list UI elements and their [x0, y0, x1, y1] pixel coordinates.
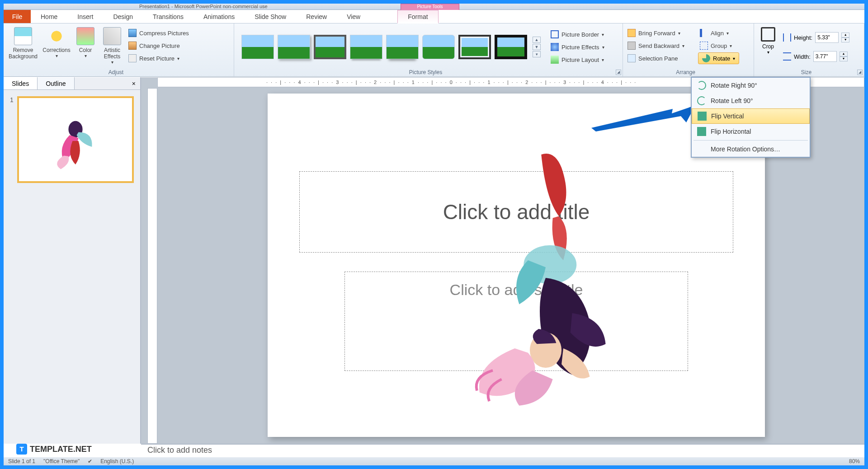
style-thumb-5[interactable]	[386, 35, 419, 59]
group-button[interactable]: Group▾	[698, 40, 734, 52]
height-input[interactable]	[815, 32, 839, 43]
review-tab[interactable]: Review	[296, 10, 337, 23]
svg-marker-0	[591, 105, 695, 131]
status-language[interactable]: English (U.S.)	[100, 458, 134, 464]
style-thumb-6[interactable]	[422, 35, 455, 59]
size-group-label: Size	[754, 69, 859, 75]
change-picture-button[interactable]: Change Picture	[127, 40, 191, 52]
reset-icon	[128, 54, 137, 62]
corrections-button[interactable]: Corrections▾	[40, 25, 73, 69]
slide-1-thumbnail[interactable]	[17, 96, 134, 183]
arrange-group-label: Arrange	[623, 69, 748, 75]
compress-icon	[128, 29, 137, 37]
gallery-more-button[interactable]: ▾	[533, 51, 541, 57]
bring-forward-button[interactable]: Bring Forward▾	[626, 27, 693, 39]
rotate-button[interactable]: Rotate▾	[698, 52, 739, 64]
color-icon	[76, 27, 94, 45]
gallery-up-button[interactable]: ▲	[533, 37, 541, 43]
design-tab[interactable]: Design	[103, 10, 143, 23]
style-thumb-7[interactable]	[458, 35, 491, 59]
sun-icon	[47, 27, 66, 45]
picture-effects-button[interactable]: Picture Effects▾	[549, 41, 606, 53]
menu-separator	[693, 140, 808, 141]
more-rotation-options-item[interactable]: More Rotation Options…	[692, 141, 810, 157]
home-tab[interactable]: Home	[31, 10, 67, 23]
height-spin-down[interactable]: ▼	[841, 38, 849, 42]
artistic-icon	[103, 27, 121, 45]
format-tab[interactable]: Format	[397, 10, 438, 23]
flip-horizontal-icon	[697, 127, 706, 136]
color-button[interactable]: Color▾	[73, 25, 98, 69]
picture-border-button[interactable]: Picture Border▾	[549, 28, 606, 40]
height-spin-up[interactable]: ▲	[841, 33, 849, 38]
slide-number-label: 1	[10, 96, 14, 183]
transitions-tab[interactable]: Transitions	[143, 10, 193, 23]
rotate-left-icon	[697, 96, 706, 105]
flip-vertical-icon	[698, 112, 707, 121]
border-icon	[551, 30, 559, 38]
width-spin-down[interactable]: ▼	[840, 56, 848, 61]
panel-close-button[interactable]: ×	[127, 77, 140, 89]
flip-horizontal-item[interactable]: Flip Horizontal	[692, 124, 810, 139]
style-thumb-8[interactable]	[495, 35, 527, 59]
rotate-left-90-item[interactable]: Rotate Left 90°	[692, 93, 810, 108]
status-bar: Slide 1 of 1 "Office Theme" ✔ English (U…	[4, 457, 864, 465]
layout-icon	[551, 56, 559, 64]
notes-pane[interactable]: Click to add notes	[141, 444, 864, 457]
slide-canvas[interactable]: Click to add title Click to add subtitle	[268, 94, 765, 437]
status-zoom[interactable]: 80%	[849, 458, 860, 464]
rotate-icon	[702, 54, 710, 62]
style-thumb-3[interactable]	[314, 35, 346, 59]
rotate-right-icon	[697, 81, 706, 90]
vertical-ruler	[147, 88, 157, 444]
width-input[interactable]	[813, 51, 837, 62]
template-net-logo-icon: T	[16, 444, 27, 455]
rotate-dropdown-menu: Rotate Right 90° Rotate Left 90° Flip Ve…	[691, 77, 811, 158]
animations-tab[interactable]: Animations	[193, 10, 245, 23]
send-backward-button[interactable]: Send Backward▾	[626, 40, 693, 52]
title-text: Presentation1 - Microsoft PowerPoint non…	[139, 4, 268, 9]
remove-background-button[interactable]: Remove Background	[6, 25, 40, 69]
slides-tab[interactable]: Slides	[4, 77, 38, 89]
insert-tab[interactable]: Insert	[67, 10, 103, 23]
picture-tools-contextual-tab: Picture Tools	[401, 4, 459, 10]
selection-pane-button[interactable]: Selection Pane	[626, 52, 693, 64]
thumbnail-fairy-image	[46, 107, 105, 175]
compress-pictures-button[interactable]: Compress Pictures	[127, 27, 191, 39]
remove-bg-icon	[14, 27, 32, 45]
outline-tab[interactable]: Outline	[38, 77, 74, 89]
height-label: Height:	[794, 34, 812, 41]
status-theme: "Office Theme"	[43, 458, 80, 464]
gallery-down-button[interactable]: ▼	[533, 44, 541, 50]
width-spin-up[interactable]: ▲	[840, 52, 848, 56]
selection-pane-icon	[627, 54, 636, 62]
flip-vertical-item[interactable]: Flip Vertical	[692, 108, 810, 124]
title-bar: Presentation1 - Microsoft PowerPoint non…	[4, 4, 864, 10]
crop-icon	[761, 27, 775, 42]
effects-icon	[551, 43, 559, 51]
send-backward-icon	[627, 42, 636, 50]
reset-picture-button[interactable]: Reset Picture▾	[127, 52, 191, 64]
ribbon-tabs: File Home Insert Design Transitions Anim…	[4, 10, 864, 23]
status-slide-counter: Slide 1 of 1	[8, 458, 35, 464]
picture-styles-group-label: Picture Styles	[234, 69, 617, 75]
file-tab[interactable]: File	[4, 10, 31, 23]
style-thumb-4[interactable]	[350, 35, 382, 59]
crop-button[interactable]: Crop▾	[757, 25, 779, 69]
size-dialog-launcher[interactable]: ◢	[857, 70, 863, 75]
adjust-group-label: Adjust	[4, 69, 228, 75]
status-spellcheck-icon[interactable]: ✔	[88, 458, 92, 464]
artistic-effects-button[interactable]: Artistic Effects▾	[98, 25, 127, 69]
rotate-right-90-item[interactable]: Rotate Right 90°	[692, 78, 810, 93]
align-button[interactable]: Align▾	[698, 27, 731, 39]
template-net-watermark: T TEMPLATE.NET	[16, 444, 92, 455]
slides-panel: Slides Outline × 1	[4, 77, 141, 444]
style-thumb-1[interactable]	[241, 35, 274, 59]
picture-styles-gallery: ▲ ▼ ▾	[237, 32, 545, 62]
slideshow-tab[interactable]: Slide Show	[245, 10, 296, 23]
inserted-picture-fairy[interactable]	[458, 142, 634, 413]
picture-layout-button[interactable]: Picture Layout▾	[549, 54, 606, 66]
picture-styles-dialog-launcher[interactable]: ◢	[616, 70, 621, 75]
style-thumb-2[interactable]	[278, 35, 310, 59]
view-tab[interactable]: View	[337, 10, 370, 23]
